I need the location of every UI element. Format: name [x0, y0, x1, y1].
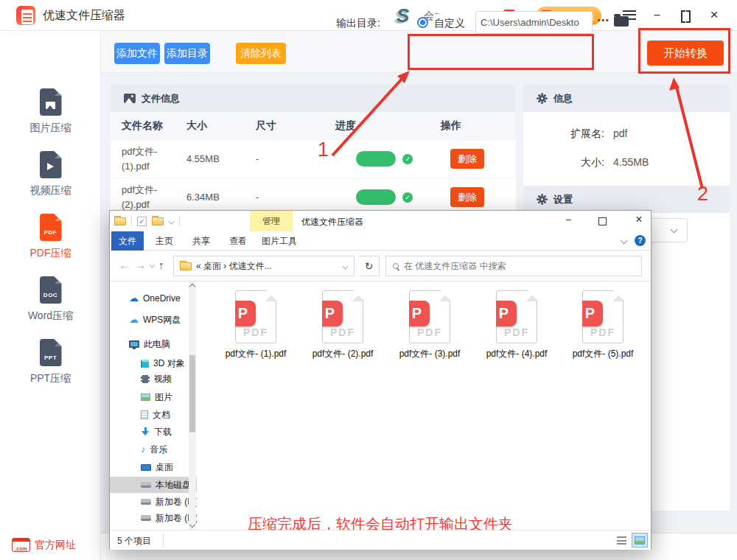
nav-item-desktop[interactable]: 桌面 — [110, 459, 197, 475]
thumbnail-view-icon[interactable] — [632, 533, 648, 547]
progress-bar — [356, 189, 396, 205]
sidebar-item-word-compress[interactable]: DOC Word压缩 — [0, 276, 101, 323]
file-dimension: - — [256, 153, 335, 164]
nav-item-onedrive[interactable]: ☁OneDrive — [110, 290, 197, 307]
pdf-file-item[interactable]: PPDF pdf文件- (1).pdf — [222, 290, 290, 360]
pdf-doc-icon: PDF — [40, 214, 62, 241]
back-icon[interactable]: ← — [119, 259, 130, 271]
sidebar-item-image-compress[interactable]: 图片压缩 — [0, 88, 101, 135]
file-info-panel: 文件信息 文件名称 大小 尺寸 进度 操作 pdf文件- (1).pdf 4.5… — [111, 85, 516, 217]
explorer-maximize-button[interactable] — [598, 217, 607, 225]
nav-item-music[interactable]: ♪音乐 — [110, 441, 197, 458]
manage-context-tab[interactable]: 管理 — [250, 211, 293, 231]
chevron-down-icon[interactable] — [169, 218, 175, 224]
nav-item-local-disk[interactable]: 本地磁盘 ( — [110, 477, 197, 493]
sidebar-item-pdf-compress[interactable]: PDF PDF压缩 — [0, 214, 101, 260]
item-count: 5 个项目 — [117, 535, 151, 547]
search-icon — [393, 263, 399, 269]
add-file-button[interactable]: 添加文件 — [114, 43, 160, 64]
ppt-doc-icon: PPT — [40, 339, 62, 366]
chevron-down-icon[interactable] — [343, 263, 349, 269]
gear-icon — [539, 95, 545, 102]
search-box — [385, 256, 642, 276]
custom-output-radio[interactable] — [417, 17, 428, 28]
nav-item-videos[interactable]: 视频 — [110, 371, 197, 387]
tab-file[interactable]: 文件 — [111, 231, 144, 251]
nav-item-volume-e[interactable]: 新加卷 (E:) — [110, 494, 197, 510]
settings-header: 设置 — [523, 186, 730, 213]
app-title: 优速文件压缩器 — [43, 8, 125, 24]
folder-icon[interactable] — [114, 217, 126, 225]
nav-item-volume-f[interactable]: 新加卷 (F:) — [110, 510, 197, 526]
sidebar-item-video-compress[interactable]: 视频压缩 — [0, 151, 101, 197]
explorer-minimize-button[interactable]: − — [561, 214, 576, 228]
minimize-button[interactable]: − — [652, 9, 663, 22]
maximize-button[interactable] — [681, 10, 691, 20]
pdf-file-item[interactable]: PPDF pdf文件- (5).pdf — [569, 290, 637, 360]
explorer-close-button[interactable]: × — [632, 213, 646, 229]
nav-item-wps-drive[interactable]: ☁WPS网盘 — [110, 312, 197, 328]
scrollbar[interactable] — [189, 281, 196, 530]
speed-logo-icon: S — [397, 4, 409, 27]
size-value: 4.55MB — [613, 156, 649, 169]
done-check-icon: ✓ — [402, 154, 413, 164]
file-info-header: 文件信息 — [111, 85, 516, 112]
official-site-link[interactable]: .com 官方网址 — [12, 538, 76, 552]
chevron-down-icon[interactable] — [621, 237, 628, 245]
explorer-title: 优速文件压缩器 — [301, 216, 363, 228]
delete-button[interactable]: 删除 — [450, 187, 484, 207]
com-icon: .com — [12, 538, 30, 552]
chevron-down-icon[interactable] — [150, 262, 155, 267]
file-info-icon — [124, 94, 136, 103]
folder-icon — [180, 262, 192, 270]
extension-label: 扩展名: — [523, 127, 604, 141]
up-icon[interactable]: ↑ — [158, 259, 164, 271]
info-row-size: 大小: 4.55MB — [523, 156, 730, 169]
tab-picture-tools[interactable]: 图片工具 — [254, 231, 304, 251]
col-progress: 进度 — [335, 119, 441, 133]
custom-radio-label: 自定义 — [434, 17, 465, 30]
pdf-file-item[interactable]: PPDF pdf文件- (2).pdf — [309, 290, 377, 360]
forward-icon[interactable]: → — [135, 259, 146, 271]
output-path-input[interactable] — [475, 11, 593, 34]
file-dimension: - — [256, 192, 335, 203]
col-size: 大小 — [186, 119, 256, 133]
add-directory-button[interactable]: 添加目录 — [164, 43, 210, 64]
gear-icon — [539, 196, 545, 203]
scrollbar-thumb[interactable] — [189, 355, 195, 433]
nav-item-pictures[interactable]: 图片 — [110, 389, 197, 405]
search-input[interactable] — [404, 261, 635, 271]
table-row: pdf文件- (1).pdf 4.55MB - ✓ 删除 — [111, 140, 516, 178]
nav-item-this-pc[interactable]: 此电脑 — [110, 336, 197, 352]
tab-share[interactable]: 共享 — [185, 231, 217, 251]
pdf-file-icon: PPDF — [582, 290, 624, 343]
sidebar-item-ppt-compress[interactable]: PPT PPT压缩 — [0, 339, 101, 385]
pdf-file-item[interactable]: PPDF pdf文件- (4).pdf — [483, 290, 551, 360]
pdf-file-item[interactable]: PPDF pdf文件- (3).pdf — [396, 290, 464, 360]
nav-item-documents[interactable]: 文档 — [110, 407, 197, 423]
word-doc-icon: DOC — [40, 276, 62, 304]
checkbox-icon[interactable]: ✓ — [137, 217, 147, 226]
refresh-button[interactable]: ↻ — [359, 256, 380, 276]
folder-icon[interactable] — [152, 217, 164, 225]
help-icon[interactable]: ? — [635, 235, 646, 246]
start-convert-button[interactable]: 开始转换 — [647, 41, 724, 66]
clear-list-button[interactable]: 清除列表 — [236, 43, 286, 64]
video-doc-icon — [40, 151, 62, 178]
nav-item-downloads[interactable]: 下载 — [110, 424, 197, 440]
close-button[interactable]: × — [708, 7, 721, 23]
delete-button[interactable]: 删除 — [450, 149, 484, 169]
address-box[interactable]: « 桌面 › 优速文件... — [173, 256, 354, 276]
tab-home[interactable]: 主页 — [148, 231, 181, 251]
browse-more-button[interactable]: ⋯ — [597, 13, 609, 27]
info-header: 信息 — [523, 85, 730, 112]
explorer-addressbar: ← → ↑ « 桌面 › 优速文件... ↻ — [110, 251, 651, 281]
tab-view[interactable]: 查看 — [222, 231, 254, 251]
scroll-up-icon[interactable] — [189, 284, 195, 290]
app-logo-icon — [16, 6, 35, 25]
scroll-down-icon[interactable] — [189, 522, 195, 528]
open-folder-icon[interactable] — [614, 16, 629, 27]
extension-value: pdf — [613, 127, 627, 141]
details-view-icon[interactable] — [617, 536, 626, 545]
nav-item-3d-objects[interactable]: 3D 对象 — [110, 355, 197, 371]
